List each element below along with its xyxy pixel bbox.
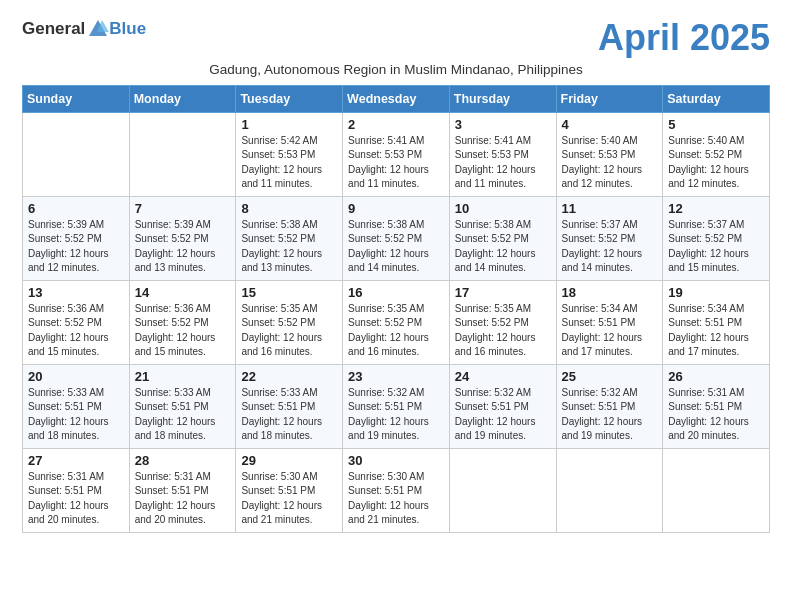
day-info: Sunrise: 5:34 AM Sunset: 5:51 PM Dayligh… [668,302,764,360]
day-info: Sunrise: 5:31 AM Sunset: 5:51 PM Dayligh… [28,470,124,528]
day-info: Sunrise: 5:32 AM Sunset: 5:51 PM Dayligh… [455,386,551,444]
month-title: April 2025 [598,18,770,58]
day-info: Sunrise: 5:39 AM Sunset: 5:52 PM Dayligh… [135,218,231,276]
day-info: Sunrise: 5:41 AM Sunset: 5:53 PM Dayligh… [455,134,551,192]
calendar-cell: 16Sunrise: 5:35 AM Sunset: 5:52 PM Dayli… [343,280,450,364]
day-info: Sunrise: 5:38 AM Sunset: 5:52 PM Dayligh… [348,218,444,276]
calendar-cell: 22Sunrise: 5:33 AM Sunset: 5:51 PM Dayli… [236,364,343,448]
calendar-week-row: 27Sunrise: 5:31 AM Sunset: 5:51 PM Dayli… [23,448,770,532]
day-info: Sunrise: 5:42 AM Sunset: 5:53 PM Dayligh… [241,134,337,192]
calendar-week-row: 1Sunrise: 5:42 AM Sunset: 5:53 PM Daylig… [23,112,770,196]
day-number: 16 [348,285,444,300]
calendar-cell [556,448,663,532]
day-info: Sunrise: 5:39 AM Sunset: 5:52 PM Dayligh… [28,218,124,276]
calendar-cell: 30Sunrise: 5:30 AM Sunset: 5:51 PM Dayli… [343,448,450,532]
calendar-cell: 19Sunrise: 5:34 AM Sunset: 5:51 PM Dayli… [663,280,770,364]
logo: General Blue [22,18,146,40]
day-number: 25 [562,369,658,384]
calendar-header-monday: Monday [129,85,236,112]
day-info: Sunrise: 5:35 AM Sunset: 5:52 PM Dayligh… [241,302,337,360]
day-info: Sunrise: 5:33 AM Sunset: 5:51 PM Dayligh… [135,386,231,444]
day-number: 7 [135,201,231,216]
calendar-week-row: 13Sunrise: 5:36 AM Sunset: 5:52 PM Dayli… [23,280,770,364]
calendar-cell: 20Sunrise: 5:33 AM Sunset: 5:51 PM Dayli… [23,364,130,448]
day-info: Sunrise: 5:35 AM Sunset: 5:52 PM Dayligh… [348,302,444,360]
logo-icon [87,18,109,40]
calendar-cell: 10Sunrise: 5:38 AM Sunset: 5:52 PM Dayli… [449,196,556,280]
day-number: 20 [28,369,124,384]
day-number: 2 [348,117,444,132]
day-info: Sunrise: 5:38 AM Sunset: 5:52 PM Dayligh… [241,218,337,276]
day-number: 5 [668,117,764,132]
calendar-cell: 5Sunrise: 5:40 AM Sunset: 5:52 PM Daylig… [663,112,770,196]
day-number: 11 [562,201,658,216]
calendar-cell: 26Sunrise: 5:31 AM Sunset: 5:51 PM Dayli… [663,364,770,448]
day-number: 15 [241,285,337,300]
day-number: 26 [668,369,764,384]
day-number: 13 [28,285,124,300]
calendar-cell: 25Sunrise: 5:32 AM Sunset: 5:51 PM Dayli… [556,364,663,448]
day-number: 14 [135,285,231,300]
day-number: 8 [241,201,337,216]
calendar-cell: 17Sunrise: 5:35 AM Sunset: 5:52 PM Dayli… [449,280,556,364]
calendar-cell: 3Sunrise: 5:41 AM Sunset: 5:53 PM Daylig… [449,112,556,196]
day-info: Sunrise: 5:35 AM Sunset: 5:52 PM Dayligh… [455,302,551,360]
day-number: 10 [455,201,551,216]
calendar-cell: 6Sunrise: 5:39 AM Sunset: 5:52 PM Daylig… [23,196,130,280]
day-number: 29 [241,453,337,468]
calendar-cell: 23Sunrise: 5:32 AM Sunset: 5:51 PM Dayli… [343,364,450,448]
calendar-cell [129,112,236,196]
subtitle: Gadung, Autonomous Region in Muslim Mind… [22,62,770,77]
day-number: 19 [668,285,764,300]
calendar-week-row: 6Sunrise: 5:39 AM Sunset: 5:52 PM Daylig… [23,196,770,280]
calendar-cell: 11Sunrise: 5:37 AM Sunset: 5:52 PM Dayli… [556,196,663,280]
day-info: Sunrise: 5:38 AM Sunset: 5:52 PM Dayligh… [455,218,551,276]
calendar-cell: 29Sunrise: 5:30 AM Sunset: 5:51 PM Dayli… [236,448,343,532]
calendar-cell: 14Sunrise: 5:36 AM Sunset: 5:52 PM Dayli… [129,280,236,364]
day-number: 21 [135,369,231,384]
calendar-header-friday: Friday [556,85,663,112]
day-info: Sunrise: 5:32 AM Sunset: 5:51 PM Dayligh… [348,386,444,444]
day-info: Sunrise: 5:32 AM Sunset: 5:51 PM Dayligh… [562,386,658,444]
day-info: Sunrise: 5:40 AM Sunset: 5:53 PM Dayligh… [562,134,658,192]
calendar-cell: 7Sunrise: 5:39 AM Sunset: 5:52 PM Daylig… [129,196,236,280]
calendar-header-wednesday: Wednesday [343,85,450,112]
day-info: Sunrise: 5:33 AM Sunset: 5:51 PM Dayligh… [28,386,124,444]
calendar-cell: 12Sunrise: 5:37 AM Sunset: 5:52 PM Dayli… [663,196,770,280]
day-number: 4 [562,117,658,132]
day-number: 23 [348,369,444,384]
day-number: 27 [28,453,124,468]
calendar-header-thursday: Thursday [449,85,556,112]
calendar-cell: 8Sunrise: 5:38 AM Sunset: 5:52 PM Daylig… [236,196,343,280]
calendar-header-tuesday: Tuesday [236,85,343,112]
day-info: Sunrise: 5:30 AM Sunset: 5:51 PM Dayligh… [348,470,444,528]
day-info: Sunrise: 5:30 AM Sunset: 5:51 PM Dayligh… [241,470,337,528]
calendar-week-row: 20Sunrise: 5:33 AM Sunset: 5:51 PM Dayli… [23,364,770,448]
day-info: Sunrise: 5:34 AM Sunset: 5:51 PM Dayligh… [562,302,658,360]
calendar-cell: 27Sunrise: 5:31 AM Sunset: 5:51 PM Dayli… [23,448,130,532]
day-number: 28 [135,453,231,468]
day-number: 18 [562,285,658,300]
calendar-cell: 24Sunrise: 5:32 AM Sunset: 5:51 PM Dayli… [449,364,556,448]
calendar-cell: 4Sunrise: 5:40 AM Sunset: 5:53 PM Daylig… [556,112,663,196]
day-info: Sunrise: 5:36 AM Sunset: 5:52 PM Dayligh… [135,302,231,360]
calendar-cell: 1Sunrise: 5:42 AM Sunset: 5:53 PM Daylig… [236,112,343,196]
calendar-header-sunday: Sunday [23,85,130,112]
calendar-table: SundayMondayTuesdayWednesdayThursdayFrid… [22,85,770,533]
calendar-cell: 2Sunrise: 5:41 AM Sunset: 5:53 PM Daylig… [343,112,450,196]
day-number: 30 [348,453,444,468]
day-info: Sunrise: 5:37 AM Sunset: 5:52 PM Dayligh… [562,218,658,276]
calendar-cell: 18Sunrise: 5:34 AM Sunset: 5:51 PM Dayli… [556,280,663,364]
day-info: Sunrise: 5:33 AM Sunset: 5:51 PM Dayligh… [241,386,337,444]
day-info: Sunrise: 5:31 AM Sunset: 5:51 PM Dayligh… [135,470,231,528]
day-info: Sunrise: 5:41 AM Sunset: 5:53 PM Dayligh… [348,134,444,192]
day-info: Sunrise: 5:31 AM Sunset: 5:51 PM Dayligh… [668,386,764,444]
calendar-cell [449,448,556,532]
day-number: 1 [241,117,337,132]
calendar-header-row: SundayMondayTuesdayWednesdayThursdayFrid… [23,85,770,112]
calendar-cell: 21Sunrise: 5:33 AM Sunset: 5:51 PM Dayli… [129,364,236,448]
day-info: Sunrise: 5:40 AM Sunset: 5:52 PM Dayligh… [668,134,764,192]
page-header: General Blue April 2025 [22,18,770,58]
calendar-cell [23,112,130,196]
calendar-cell: 13Sunrise: 5:36 AM Sunset: 5:52 PM Dayli… [23,280,130,364]
